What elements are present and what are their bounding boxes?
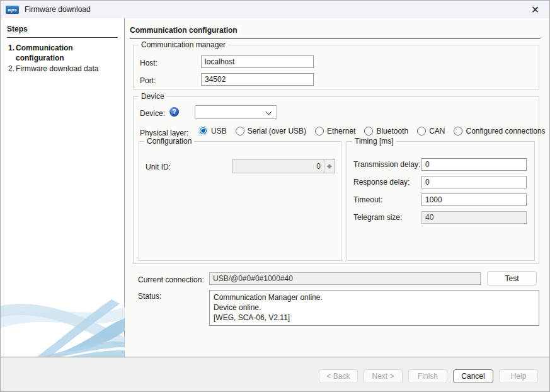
firmware-download-dialog: wps Firmware download ✕ Steps 1. Communi…	[0, 0, 550, 392]
radio-label: CAN	[429, 127, 445, 135]
steps-sidebar: Steps 1. Communication configuration 2. …	[1, 18, 125, 358]
radio-label: Configured connections	[466, 127, 545, 135]
step-number: 2.	[1, 64, 16, 74]
timing-row-response-delay: Response delay:	[353, 176, 527, 188]
group-legend: Timing [ms]	[352, 137, 396, 146]
wps-logo-icon: wps	[6, 6, 19, 14]
timing-rows: Transmission delay: Response delay: Time…	[353, 158, 527, 224]
step-number: 1.	[1, 43, 16, 63]
radio-label: USB	[211, 127, 227, 135]
help-icon[interactable]: ?	[169, 107, 179, 117]
page-title: Communication configuration	[130, 26, 540, 39]
host-label: Host:	[140, 59, 158, 67]
radio-icon	[236, 127, 244, 135]
next-button: Next >	[364, 369, 403, 383]
radio-label: Ethernet	[327, 127, 355, 135]
timing-row-telegram-size: Telegram size:	[353, 211, 527, 224]
group-legend: Configuration	[144, 137, 194, 146]
wizard-buttons: < Back Next > Finish Cancel Help	[319, 369, 538, 383]
radio-label: Bluetooth	[376, 127, 408, 135]
unit-id-stepper	[232, 159, 335, 173]
device-dropdown[interactable]	[195, 105, 277, 119]
spinner-buttons	[324, 160, 335, 173]
device-label: Device:	[140, 109, 165, 118]
status-label: Status:	[138, 292, 161, 301]
back-button: < Back	[319, 369, 358, 383]
unit-id-label: Unit ID:	[146, 163, 171, 171]
window-title: Firmware download	[25, 5, 91, 14]
radio-ethernet[interactable]: Ethernet	[315, 127, 355, 135]
radio-icon	[364, 127, 373, 135]
timing-row-timeout: Timeout:	[353, 193, 527, 206]
unit-id-input	[232, 159, 335, 173]
transmission-delay-label: Transmission delay:	[353, 160, 421, 169]
physical-layer-label: Physical layer:	[140, 129, 188, 137]
telegram-size-input	[421, 211, 527, 224]
steps-heading: Steps	[7, 25, 118, 38]
radio-bluetooth[interactable]: Bluetooth	[364, 127, 408, 135]
radio-selected-icon	[198, 126, 208, 135]
title-bar: wps Firmware download ✕	[1, 1, 549, 18]
group-legend: Device	[139, 92, 167, 101]
radio-icon	[454, 127, 462, 135]
status-box: Communication Manager online. Device onl…	[209, 290, 539, 326]
transmission-delay-input[interactable]	[421, 158, 527, 171]
current-connection-label: Current connection:	[138, 275, 204, 284]
timing-row-transmission-delay: Transmission delay:	[353, 158, 527, 171]
help-button[interactable]: Help	[499, 369, 538, 383]
telegram-size-label: Telegram size:	[353, 213, 421, 222]
port-input[interactable]	[201, 73, 314, 86]
radio-serial-over-usb[interactable]: Serial (over USB)	[236, 127, 306, 135]
radio-usb[interactable]: USB	[198, 126, 227, 135]
timeout-input[interactable]	[421, 193, 527, 206]
chevron-down-icon	[266, 109, 272, 115]
current-connection-field	[209, 272, 481, 285]
group-legend: Communication manager	[139, 40, 228, 49]
cancel-button[interactable]: Cancel	[453, 369, 493, 383]
radio-can[interactable]: CAN	[417, 127, 445, 135]
radio-configured-connections[interactable]: Configured connections	[454, 127, 545, 135]
footer-bar: < Back Next > Finish Cancel Help	[1, 357, 549, 391]
response-delay-label: Response delay:	[353, 178, 421, 187]
timing-group: Timing [ms] Transmission delay: Response…	[347, 141, 535, 261]
step-label: Communication configuration	[16, 43, 122, 63]
decorative-swoosh	[1, 297, 125, 358]
finish-button: Finish	[408, 369, 447, 383]
configuration-group: Configuration Unit ID:	[139, 141, 341, 261]
physical-layer-radio-group: USB Serial (over USB) Ethernet Bluetooth…	[198, 126, 546, 135]
device-group: Device Device: ? Physical layer: USB Ser…	[133, 96, 539, 264]
response-delay-input[interactable]	[421, 176, 527, 188]
radio-label: Serial (over USB)	[248, 127, 306, 135]
step-label: Firmware download data	[16, 64, 122, 74]
radio-icon	[417, 127, 426, 135]
steps-list: 1. Communication configuration 2. Firmwa…	[1, 43, 122, 74]
timeout-label: Timeout:	[353, 195, 421, 204]
step-item-firmware-download-data: 2. Firmware download data	[1, 64, 122, 74]
host-input[interactable]	[201, 55, 314, 68]
radio-icon	[315, 127, 324, 135]
port-label: Port:	[140, 76, 156, 85]
communication-manager-group: Communication manager Host: Port:	[133, 45, 539, 89]
spin-down-icon	[324, 166, 335, 173]
close-icon[interactable]: ✕	[521, 1, 549, 18]
test-button[interactable]: Test	[487, 271, 537, 285]
step-item-communication-configuration: 1. Communication configuration	[1, 43, 122, 63]
